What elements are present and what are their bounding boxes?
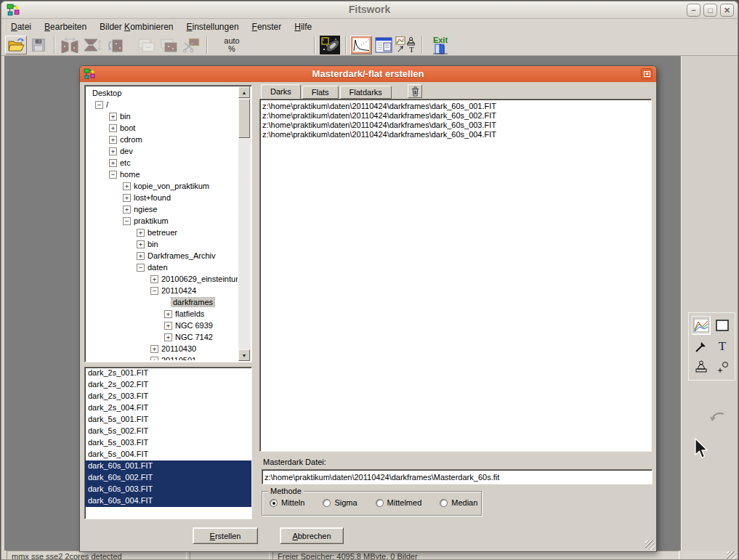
menu-fenster[interactable]: Fenster (246, 20, 288, 34)
menu-einstellungen[interactable]: Einstellungen (180, 20, 246, 34)
radio-sigma[interactable]: Sigma (323, 498, 357, 507)
expand-plus-icon[interactable]: + (109, 159, 117, 167)
collapse-minus-icon[interactable]: − (123, 217, 131, 225)
collapse-minus-icon[interactable]: − (109, 171, 117, 179)
tab-darks[interactable]: Darks (261, 84, 301, 99)
expand-plus-icon[interactable]: + (137, 252, 145, 260)
radio-mitteln[interactable]: Mitteln (270, 498, 304, 507)
chart-tool-button[interactable] (692, 316, 711, 335)
expand-plus-icon[interactable]: + (123, 194, 131, 202)
remove-entry-button[interactable] (408, 84, 422, 98)
expand-plus-icon[interactable]: + (137, 240, 145, 248)
tree-item-label[interactable]: praktikum (134, 216, 169, 225)
expand-plus-icon[interactable]: + (123, 206, 131, 214)
stamp-tool-button[interactable] (692, 358, 711, 377)
menu-bilder-kombinieren[interactable]: Bilder Kombinieren (93, 20, 179, 34)
exit-button[interactable]: Exit (427, 36, 454, 54)
scroll-down-icon[interactable]: ▼ (238, 349, 250, 361)
tree-item-label[interactable]: betreuer (148, 228, 177, 237)
file-list-item[interactable]: dark_2s_001.FIT (85, 368, 251, 379)
tree-item-label[interactable]: 20110430 (161, 344, 196, 353)
tree-item-label[interactable]: bin (120, 112, 131, 121)
tree-item[interactable]: −/ (86, 99, 238, 110)
masterdark-file-input[interactable] (262, 469, 653, 484)
collapse-minus-icon[interactable]: − (150, 287, 158, 295)
menu-bearbeiten[interactable]: Bearbeiten (38, 20, 93, 34)
rotate-button[interactable] (104, 36, 126, 54)
tree-item[interactable]: +Darkframes_Archiv (86, 250, 238, 261)
expand-plus-icon[interactable]: + (109, 147, 117, 155)
expand-plus-icon[interactable]: + (123, 182, 131, 190)
maximize-button[interactable]: □ (703, 4, 717, 17)
tree-item-label[interactable]: bin (148, 240, 158, 248)
expand-plus-icon[interactable]: + (164, 333, 172, 341)
minimize-button[interactable]: − (687, 4, 700, 17)
tree-item[interactable]: −praktikum (86, 215, 238, 227)
tree-item[interactable]: +NGC 6939 (86, 320, 238, 331)
tree-item[interactable]: +etc (86, 157, 238, 169)
tree-item-label[interactable]: lost+found (134, 193, 171, 202)
scroll-up-icon[interactable]: ▲ (238, 86, 250, 98)
dialog-resize-grip[interactable] (645, 540, 655, 550)
menu-hilfe[interactable]: Hilfe (288, 20, 318, 34)
tree-item[interactable]: +cdrom (86, 134, 238, 145)
tree-scrollbar[interactable]: ▲ ▼ (238, 86, 251, 361)
stamp-image-button[interactable]: T (395, 36, 417, 54)
rectangle-tool-button[interactable] (713, 316, 732, 335)
tree-item-label[interactable]: 20100629_einsteinturm (161, 275, 238, 283)
main-titlebar[interactable]: Fitswork − □ ✕ (1, 1, 738, 19)
tree-item[interactable]: −home (86, 169, 238, 180)
tree-item-label[interactable]: kopie_von_praktikum (134, 182, 209, 190)
expand-plus-icon[interactable]: + (150, 357, 158, 361)
expand-plus-icon[interactable]: + (164, 310, 172, 318)
eyedropper-tool-button[interactable] (692, 337, 711, 356)
tab-flatdarks[interactable]: Flatdarks (340, 86, 392, 99)
collapse-minus-icon[interactable]: − (95, 101, 103, 109)
text-tool-button[interactable]: T (713, 337, 732, 356)
file-list-item[interactable]: dark_2s_004.FIT (85, 402, 251, 414)
tree-item[interactable]: +flatfields (86, 308, 238, 320)
tree-item[interactable]: −daten (86, 261, 238, 273)
expand-plus-icon[interactable]: + (109, 124, 117, 132)
darks-path-list[interactable]: z:\home\praktikum\daten\20110424\darkfra… (259, 99, 652, 452)
scrollbar-thumb[interactable] (238, 99, 250, 138)
radio-button-icon[interactable] (440, 499, 448, 507)
file-list-item[interactable]: dark_2s_003.FIT (85, 391, 251, 402)
tree-item-label[interactable]: flatfields (175, 309, 204, 318)
tree-item[interactable]: +betreuer (86, 227, 238, 238)
tree-item[interactable]: +20110430 (86, 343, 238, 354)
radio-button-icon[interactable] (376, 499, 384, 507)
abbrechen-button[interactable]: Abbrechen (280, 527, 344, 544)
tree-item-label[interactable]: Desktop (92, 89, 121, 97)
marker-tool-button[interactable] (713, 358, 732, 377)
image-preview-button[interactable] (319, 36, 341, 54)
file-list-item[interactable]: dark_5s_002.FIT (85, 426, 251, 437)
file-list-item[interactable]: dark_2s_002.FIT (85, 379, 251, 391)
radio-mittelmed[interactable]: Mittelmed (376, 498, 422, 507)
tree-item[interactable]: +20110501 (86, 354, 238, 360)
tree-item[interactable]: +NGC 7142 (86, 331, 238, 343)
cut-button[interactable] (180, 36, 202, 54)
tree-item-label[interactable]: dev (120, 147, 133, 155)
tree-item[interactable]: +bin (86, 110, 238, 122)
paste-button[interactable] (158, 36, 179, 54)
expand-plus-icon[interactable]: + (150, 275, 158, 283)
tree-item[interactable]: +boot (86, 122, 238, 134)
tab-flats[interactable]: Flats (302, 86, 339, 99)
tree-item[interactable]: Desktop (86, 87, 238, 99)
auto-zoom-control[interactable]: auto % (217, 37, 246, 53)
file-list-item[interactable]: dark_60s_002.FIT (85, 472, 251, 484)
copy-button[interactable] (135, 36, 157, 54)
tree-item-label[interactable]: Darkframes_Archiv (148, 251, 216, 260)
dark-path-item[interactable]: z:\home\praktikum\daten\20110424\darkfra… (260, 121, 651, 130)
expand-plus-icon[interactable]: + (164, 322, 172, 330)
erstellen-button[interactable]: Erstellen (193, 527, 258, 544)
tree-item-label[interactable]: daten (148, 263, 168, 272)
tree-item-label[interactable]: 20110424 (161, 286, 196, 295)
undo-button[interactable] (709, 410, 727, 428)
radio-median[interactable]: Median (440, 498, 477, 507)
tree-item-label[interactable]: home (120, 170, 140, 179)
expand-plus-icon[interactable]: + (150, 345, 158, 353)
radio-button-icon[interactable] (270, 499, 278, 507)
flip-vertical-button[interactable] (81, 36, 103, 54)
